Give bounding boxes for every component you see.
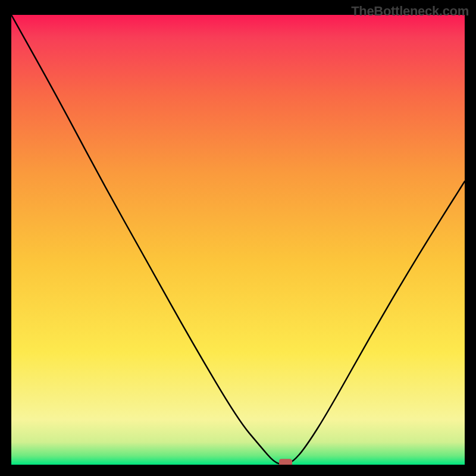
plot-area — [11, 15, 465, 465]
gradient-background — [11, 15, 465, 465]
watermark-text: TheBottleneck.com — [351, 4, 469, 19]
bottleneck-chart: TheBottleneck.com — [0, 0, 476, 476]
chart-svg — [11, 15, 465, 465]
optimal-marker — [279, 459, 292, 465]
